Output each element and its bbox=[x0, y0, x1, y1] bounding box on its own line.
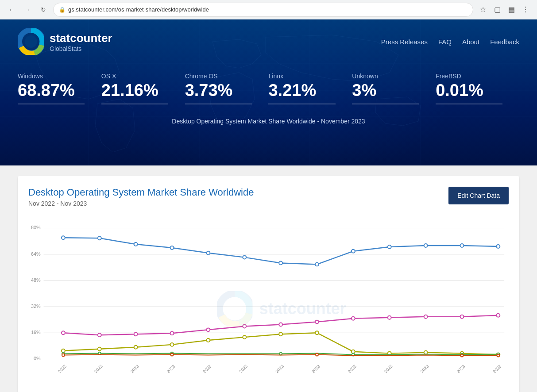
logo-name: statcounter bbox=[50, 31, 112, 45]
edit-chart-button[interactable]: Edit Chart Data bbox=[448, 187, 509, 204]
svg-point-44 bbox=[352, 250, 355, 253]
logo-sub: GlobalStats bbox=[50, 45, 112, 52]
svg-text:0%: 0% bbox=[34, 356, 41, 361]
svg-point-63 bbox=[98, 347, 101, 351]
stat-freebsd-label: FreeBSD bbox=[436, 73, 519, 80]
nav-faq[interactable]: FAQ bbox=[438, 38, 452, 46]
site-header: statcounter GlobalStats Press Releases F… bbox=[0, 19, 537, 165]
nav-feedback[interactable]: Feedback bbox=[490, 38, 519, 46]
svg-point-42 bbox=[279, 261, 282, 265]
reload-button[interactable]: ↻ bbox=[37, 4, 50, 16]
svg-point-72 bbox=[424, 351, 428, 354]
svg-point-67 bbox=[243, 335, 246, 339]
chart-card: Desktop Operating System Market Share Wo… bbox=[18, 176, 519, 392]
svg-point-68 bbox=[279, 332, 282, 336]
svg-point-39 bbox=[170, 246, 174, 250]
svg-point-43 bbox=[315, 262, 319, 266]
stat-chromeos: Chrome OS 3.73% bbox=[185, 73, 269, 104]
browser-chrome: ← → ↻ 🔒 gs.statcounter.com/os-market-sha… bbox=[0, 0, 537, 19]
chart-subtitle: Nov 2022 - Nov 2023 bbox=[28, 200, 254, 207]
chart-title-area: Desktop Operating System Market Share Wo… bbox=[28, 187, 254, 207]
svg-text:48%: 48% bbox=[31, 277, 41, 283]
logo-text: statcounter GlobalStats bbox=[50, 31, 112, 52]
svg-point-40 bbox=[206, 251, 210, 255]
svg-text:2023: 2023 bbox=[166, 364, 176, 374]
svg-point-50 bbox=[98, 333, 101, 337]
stat-freebsd-value: 0.01% bbox=[436, 81, 519, 100]
chart-area: statcounter 80% 64% 48% 32% 16% 0% 2022 bbox=[28, 216, 509, 392]
stat-unknown-value: 3% bbox=[352, 81, 436, 100]
header-top: statcounter GlobalStats Press Releases F… bbox=[18, 19, 519, 55]
svg-text:2023: 2023 bbox=[274, 364, 285, 374]
stat-unknown: Unknown 3% bbox=[352, 73, 436, 104]
svg-point-84 bbox=[316, 354, 318, 356]
svg-point-51 bbox=[134, 332, 138, 336]
menu-button[interactable]: ⋮ bbox=[519, 4, 532, 16]
lock-icon: 🔒 bbox=[59, 7, 66, 13]
nav-press-releases[interactable]: Press Releases bbox=[381, 38, 428, 46]
svg-point-47 bbox=[460, 244, 464, 247]
svg-point-85 bbox=[461, 354, 464, 357]
svg-point-49 bbox=[62, 331, 65, 334]
svg-point-86 bbox=[497, 354, 499, 357]
browser-toolbar: ☆ ▢ ▤ ⋮ bbox=[477, 4, 532, 16]
svg-point-60 bbox=[460, 315, 464, 319]
chart-header: Desktop Operating System Market Share Wo… bbox=[28, 187, 509, 207]
back-button[interactable]: ← bbox=[5, 4, 18, 16]
svg-point-46 bbox=[424, 244, 428, 247]
svg-text:2023: 2023 bbox=[202, 364, 212, 374]
svg-point-61 bbox=[496, 314, 500, 317]
svg-text:2023: 2023 bbox=[130, 364, 140, 374]
main-content: Desktop Operating System Market Share Wo… bbox=[0, 165, 537, 392]
svg-point-66 bbox=[206, 338, 210, 342]
svg-text:2022: 2022 bbox=[57, 364, 67, 374]
svg-text:16%: 16% bbox=[31, 330, 41, 335]
svg-text:32%: 32% bbox=[31, 304, 41, 309]
svg-point-41 bbox=[243, 256, 246, 259]
svg-text:2023: 2023 bbox=[383, 364, 394, 374]
svg-point-82 bbox=[62, 354, 65, 357]
stat-osx-label: OS X bbox=[101, 73, 185, 80]
svg-text:2023: 2023 bbox=[93, 364, 104, 374]
svg-point-62 bbox=[62, 349, 65, 353]
extensions-button[interactable]: ▢ bbox=[491, 4, 503, 16]
svg-text:2023: 2023 bbox=[347, 364, 358, 374]
svg-point-55 bbox=[279, 323, 282, 327]
svg-point-56 bbox=[315, 320, 319, 324]
stat-chromeos-label: Chrome OS bbox=[185, 73, 269, 80]
header-nav: Press Releases FAQ About Feedback bbox=[381, 38, 519, 46]
logo-icon bbox=[18, 28, 44, 55]
bookmark-button[interactable]: ☆ bbox=[477, 4, 489, 16]
svg-text:2023: 2023 bbox=[492, 364, 502, 374]
svg-text:64%: 64% bbox=[31, 251, 41, 257]
logo-area: statcounter GlobalStats bbox=[18, 28, 112, 55]
svg-point-57 bbox=[352, 317, 355, 320]
stat-chromeos-value: 3.73% bbox=[185, 81, 269, 100]
stat-windows: Windows 68.87% bbox=[18, 73, 101, 104]
svg-point-70 bbox=[352, 350, 355, 354]
svg-text:2023: 2023 bbox=[456, 364, 466, 374]
url-text: gs.statcounter.com/os-market-share/deskt… bbox=[68, 6, 209, 13]
stat-linux-value: 3.21% bbox=[268, 81, 352, 100]
svg-point-64 bbox=[134, 346, 138, 349]
profile-button[interactable]: ▤ bbox=[505, 4, 518, 16]
nav-about[interactable]: About bbox=[462, 38, 479, 46]
stat-osx: OS X 21.16% bbox=[101, 73, 185, 104]
stat-linux-label: Linux bbox=[268, 73, 352, 80]
stat-linux: Linux 3.21% bbox=[268, 73, 352, 104]
svg-text:2023: 2023 bbox=[311, 364, 321, 374]
svg-point-45 bbox=[388, 245, 391, 249]
svg-point-8 bbox=[25, 35, 37, 48]
stats-row: Windows 68.87% OS X 21.16% Chrome OS 3.7… bbox=[18, 73, 519, 118]
svg-point-48 bbox=[496, 245, 500, 248]
svg-point-54 bbox=[243, 325, 246, 328]
svg-point-69 bbox=[315, 331, 319, 334]
stat-freebsd: FreeBSD 0.01% bbox=[436, 73, 519, 104]
svg-text:2023: 2023 bbox=[238, 364, 249, 374]
address-bar[interactable]: 🔒 gs.statcounter.com/os-market-share/des… bbox=[53, 3, 473, 17]
chart-svg: 80% 64% 48% 32% 16% 0% 2022 2023 2023 20… bbox=[28, 216, 509, 392]
svg-point-53 bbox=[206, 328, 210, 331]
forward-button[interactable]: → bbox=[21, 4, 34, 16]
stat-windows-value: 68.87% bbox=[18, 81, 101, 100]
stat-windows-label: Windows bbox=[18, 73, 101, 80]
